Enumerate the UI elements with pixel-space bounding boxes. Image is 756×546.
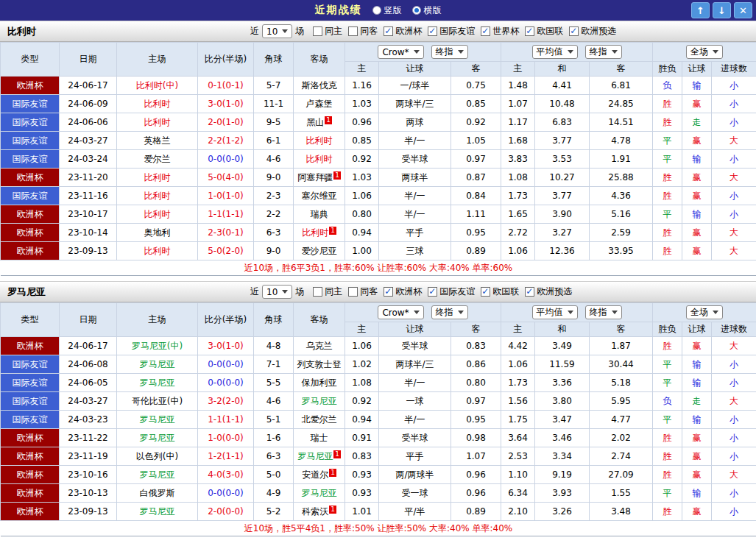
away-team-link[interactable]: 罗马尼亚 [302,488,337,498]
away-team-link[interactable]: 北爱尔兰 [302,414,337,425]
filter-checkbox[interactable]: 欧国联 [481,286,519,298]
away-team-link[interactable]: 科索沃 [302,506,328,517]
home-team-link[interactable]: 比利时 [144,246,171,256]
match-date: 23-11-22 [60,429,117,447]
filter-checkbox[interactable]: 欧洲杯 [384,286,422,298]
away-team-link[interactable]: 保加利亚 [302,377,337,388]
away-team-link[interactable]: 斯洛伐克 [302,80,337,91]
match-count-select[interactable]: 10 [262,24,292,38]
home-team-link[interactable]: 罗马尼亚(中) [132,341,183,351]
checkbox-icon[interactable] [525,26,534,36]
radio-icon[interactable] [412,6,421,15]
move-up-button[interactable]: ↑ [691,2,710,18]
final-odds-select[interactable]: 终指 [585,45,622,59]
filter-checkbox[interactable]: 同客 [348,25,378,38]
away-team-link[interactable]: 黑山 [306,117,324,127]
home-team-cell: 哥伦比亚(中) [117,392,198,411]
checkbox-icon[interactable] [525,287,534,297]
home-team-link[interactable]: 罗马尼亚 [140,506,175,517]
away-team-link[interactable]: 爱沙尼亚 [302,246,337,256]
filter-checkbox[interactable]: 国际友谊 [428,286,475,298]
result-wdl: 胜 [653,466,682,484]
home-team-link[interactable]: 英格兰 [144,135,171,146]
result-group: 全场 [653,43,756,62]
score-cell: 1-2(1-1) [198,447,254,466]
away-team-link[interactable]: 瑞士 [311,433,328,443]
away-team-link[interactable]: 罗马尼亚 [297,451,333,461]
checkbox-icon[interactable] [481,287,490,297]
final-odds-select[interactable]: 终指 [431,45,468,59]
filter-checkbox[interactable]: 欧洲杯 [384,25,422,38]
move-down-button[interactable]: ↓ [713,2,731,18]
filter-checkbox[interactable]: 欧洲预选 [569,25,616,38]
radio-icon[interactable] [372,6,381,15]
filter-checkbox[interactable]: 欧洲预选 [525,286,572,298]
window-controls: ↑ ↓ ✕ [691,2,752,18]
away-team-link[interactable]: 比利时 [306,154,333,164]
home-team-link[interactable]: 以色列(中) [136,451,178,461]
home-team-link[interactable]: 比利时 [144,117,171,127]
checkbox-icon[interactable] [569,26,579,36]
away-team-link[interactable]: 乌克兰 [306,341,333,351]
filter-checkbox[interactable]: 国际友谊 [428,25,475,38]
away-team-link[interactable]: 比利时 [306,135,333,146]
table-row: 欧洲杯 23-09-13 罗马尼亚 2-0(0-0) 5-2 科索沃1 1.01… [1,503,756,521]
checkbox-icon[interactable] [428,26,437,36]
match-date: 23-10-17 [60,205,117,224]
home-team-link[interactable]: 罗马尼亚 [140,377,175,388]
filter-checkbox[interactable]: 世界杯 [481,25,519,38]
league-badge: 欧洲杯 [1,429,60,447]
home-team-link[interactable]: 罗马尼亚 [140,414,175,425]
away-team-link[interactable]: 列支敦士登 [297,359,342,369]
match-date: 24-06-06 [60,113,117,132]
home-team-link[interactable]: 哥伦比亚(中) [132,396,183,406]
match-count-select[interactable]: 10 [262,285,292,299]
home-team-link[interactable]: 比利时 [144,172,171,182]
filter-checkbox[interactable]: 同主 [313,25,342,38]
euro-home-odds: 2.53 [501,447,535,466]
checkbox-icon[interactable] [313,287,322,297]
away-team-link[interactable]: 阿塞拜疆 [297,172,333,182]
final-odds-select[interactable]: 终指 [431,305,468,319]
checkbox-icon[interactable] [348,287,358,297]
checkbox-icon[interactable] [428,287,437,297]
odds-source-select[interactable]: Crow* [378,305,423,319]
checkbox-icon[interactable] [481,26,490,36]
home-team-link[interactable]: 比利时(中) [136,80,178,91]
average-odds-select[interactable]: 平均值 [532,45,578,59]
final-odds-select[interactable]: 终指 [585,305,622,319]
sub-handicap: 让球 [379,62,451,77]
odds-source-select[interactable]: Crow* [378,45,423,59]
table-row: 国际友谊 24-03-23 罗马尼亚 1-1(1-1) 5-1 北爱尔兰 0.9… [1,411,756,429]
away-team-link[interactable]: 罗马尼亚 [302,396,337,406]
radio-horizontal-layout[interactable]: 横版 [412,4,442,17]
home-team-link[interactable]: 罗马尼亚 [140,433,175,443]
full-match-select[interactable]: 全场 [686,45,723,59]
home-team-link[interactable]: 比利时 [144,209,171,219]
away-team-link[interactable]: 安道尔 [302,469,328,480]
full-match-select[interactable]: 全场 [686,305,723,319]
result-wdl: 平 [653,205,682,224]
away-team-link[interactable]: 塞尔维亚 [302,191,337,201]
filter-checkbox[interactable]: 同主 [313,286,342,298]
radio-vertical-layout[interactable]: 竖版 [372,4,402,17]
close-button[interactable]: ✕ [734,2,752,18]
home-team-link[interactable]: 比利时 [144,99,171,109]
checkbox-icon[interactable] [313,26,322,36]
checkbox-icon[interactable] [348,26,358,36]
home-team-link[interactable]: 比利时 [144,191,171,201]
match-date: 23-10-13 [60,484,117,503]
filter-checkbox[interactable]: 同客 [348,286,378,298]
filter-checkbox[interactable]: 欧国联 [525,25,563,38]
away-team-link[interactable]: 卢森堡 [306,99,333,109]
home-team-link[interactable]: 爱尔兰 [144,154,171,164]
home-team-link[interactable]: 罗马尼亚 [140,469,175,480]
away-team-link[interactable]: 瑞典 [311,209,328,219]
home-team-link[interactable]: 奥地利 [144,227,171,238]
home-team-link[interactable]: 白俄罗斯 [140,488,175,498]
average-odds-select[interactable]: 平均值 [532,305,578,319]
home-team-link[interactable]: 罗马尼亚 [140,359,175,369]
checkbox-icon[interactable] [384,26,393,36]
away-team-link[interactable]: 比利时 [302,227,328,238]
checkbox-icon[interactable] [384,287,393,297]
